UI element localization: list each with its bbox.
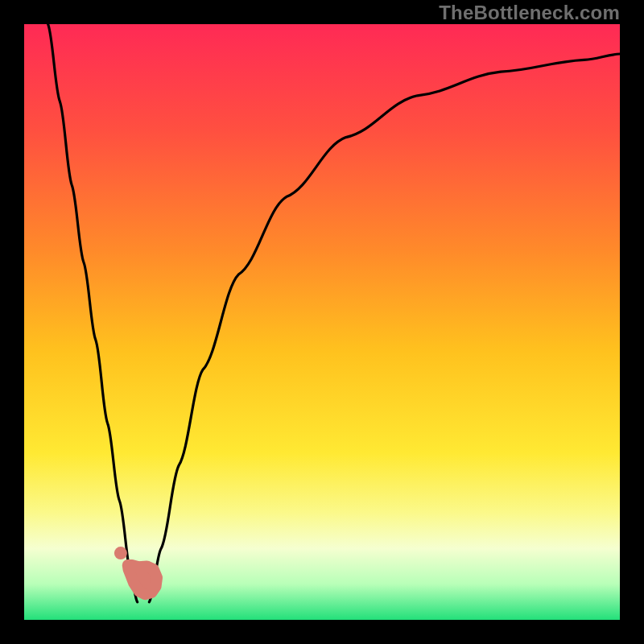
blob-dot: [114, 547, 127, 559]
chart-svg: [24, 24, 620, 620]
plot-area: [24, 24, 620, 620]
blob-shape: [128, 565, 157, 594]
gradient-background: [24, 24, 620, 620]
chart-frame: TheBottleneck.com: [0, 0, 644, 644]
watermark-text: TheBottleneck.com: [439, 2, 620, 24]
